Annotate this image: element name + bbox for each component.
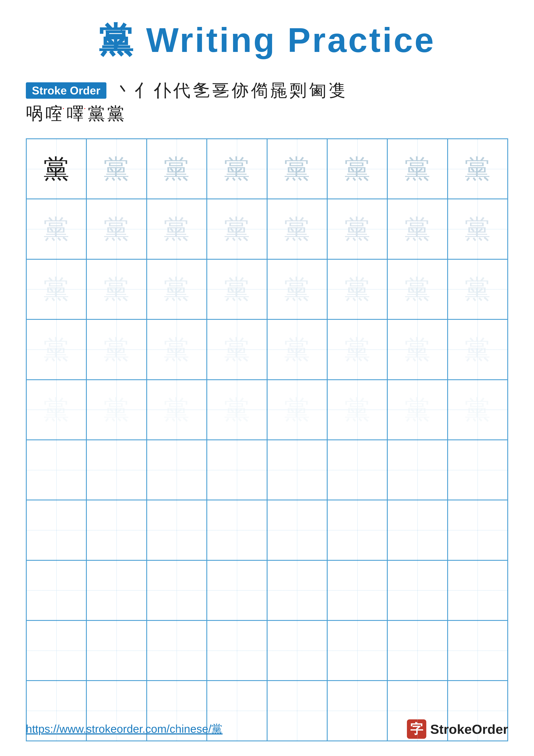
grid-cell-4-8[interactable]: 黨 <box>447 319 508 380</box>
stroke-order-section: Stroke Order 丶 亻 仆 代 㐑 㐙 㑊 㒐 㒾 㓴 㔪 㕠 㖞 㗌… <box>26 81 508 125</box>
logo-text: StrokeOrder <box>430 721 508 737</box>
grid-cell-8-6[interactable] <box>327 560 387 620</box>
grid-cell-1-8[interactable]: 黨 <box>447 139 508 199</box>
grid-cell-1-2[interactable]: 黨 <box>87 139 146 199</box>
grid-cell-1-5[interactable]: 黨 <box>267 139 327 199</box>
grid-cell-2-1[interactable]: 黨 <box>26 199 87 259</box>
grid-cell-5-8[interactable]: 黨 <box>447 380 508 440</box>
grid-cell-7-6[interactable] <box>327 500 387 560</box>
grid-cell-2-8[interactable]: 黨 <box>447 199 508 259</box>
grid-cell-2-6[interactable]: 黨 <box>327 199 387 259</box>
grid-cell-3-4[interactable]: 黨 <box>207 259 267 319</box>
grid-cell-4-3[interactable]: 黨 <box>147 319 207 380</box>
grid-cell-9-4[interactable] <box>207 620 267 681</box>
grid-cell-9-5[interactable] <box>267 620 327 681</box>
grid-cell-9-8[interactable] <box>447 620 508 681</box>
cell-char: 黨 <box>465 276 491 302</box>
grid-cell-1-4[interactable]: 黨 <box>207 139 267 199</box>
stroke-char-17: 黨 <box>107 102 124 125</box>
grid-cell-8-5[interactable] <box>267 560 327 620</box>
stroke-char-6: 㐙 <box>212 81 229 100</box>
grid-cell-7-8[interactable] <box>447 500 508 560</box>
grid-cell-6-3[interactable] <box>147 440 207 500</box>
grid-cell-8-1[interactable] <box>26 560 87 620</box>
stroke-char-8: 㒐 <box>251 81 268 100</box>
grid-cell-6-8[interactable] <box>447 440 508 500</box>
grid-cell-7-5[interactable] <box>267 500 327 560</box>
grid-cell-2-7[interactable]: 黨 <box>387 199 447 259</box>
cell-char: 黨 <box>405 276 430 302</box>
cell-char: 黨 <box>164 156 190 182</box>
grid-cell-5-4[interactable]: 黨 <box>207 380 267 440</box>
grid-cell-5-7[interactable]: 黨 <box>387 380 447 440</box>
grid-row-9 <box>26 620 508 681</box>
grid-cell-5-2[interactable]: 黨 <box>87 380 146 440</box>
grid-cell-3-1[interactable]: 黨 <box>26 259 87 319</box>
grid-cell-4-7[interactable]: 黨 <box>387 319 447 380</box>
grid-cell-3-7[interactable]: 黨 <box>387 259 447 319</box>
grid-cell-4-1[interactable]: 黨 <box>26 319 87 380</box>
cell-char: 黨 <box>465 337 491 363</box>
stroke-char-4: 代 <box>173 81 191 100</box>
grid-cell-8-4[interactable] <box>207 560 267 620</box>
footer-logo: 字 StrokeOrder <box>407 719 508 739</box>
grid-cell-6-6[interactable] <box>327 440 387 500</box>
cell-char: 黨 <box>104 276 129 302</box>
grid-cell-9-1[interactable] <box>26 620 87 681</box>
grid-cell-3-6[interactable]: 黨 <box>327 259 387 319</box>
grid-cell-1-3[interactable]: 黨 <box>147 139 207 199</box>
grid-cell-8-8[interactable] <box>447 560 508 620</box>
grid-cell-4-4[interactable]: 黨 <box>207 319 267 380</box>
grid-cell-4-5[interactable]: 黨 <box>267 319 327 380</box>
grid-cell-3-2[interactable]: 黨 <box>87 259 146 319</box>
grid-cell-6-4[interactable] <box>207 440 267 500</box>
grid-cell-8-7[interactable] <box>387 560 447 620</box>
grid-cell-1-6[interactable]: 黨 <box>327 139 387 199</box>
cell-char: 黨 <box>284 216 310 242</box>
stroke-order-badge: Stroke Order <box>26 82 106 99</box>
stroke-char-9: 㒾 <box>270 81 287 100</box>
cell-char: 黨 <box>284 276 310 302</box>
stroke-char-16: 黨 <box>88 102 105 125</box>
grid-cell-8-3[interactable] <box>147 560 207 620</box>
grid-cell-6-5[interactable] <box>267 440 327 500</box>
grid-cell-9-7[interactable] <box>387 620 447 681</box>
grid-cell-6-7[interactable] <box>387 440 447 500</box>
cell-char: 黨 <box>164 397 190 422</box>
grid-cell-6-2[interactable] <box>87 440 146 500</box>
footer: https://www.strokeorder.com/chinese/黨 字 … <box>26 719 508 739</box>
cell-char: 黨 <box>465 156 491 182</box>
grid-cell-5-3[interactable]: 黨 <box>147 380 207 440</box>
grid-cell-1-1[interactable]: 黨 <box>26 139 87 199</box>
cell-char: 黨 <box>224 337 250 363</box>
grid-cell-5-5[interactable]: 黨 <box>267 380 327 440</box>
grid-cell-9-6[interactable] <box>327 620 387 681</box>
grid-cell-7-2[interactable] <box>87 500 146 560</box>
grid-cell-9-2[interactable] <box>87 620 146 681</box>
grid-cell-8-2[interactable] <box>87 560 146 620</box>
grid-cell-2-5[interactable]: 黨 <box>267 199 327 259</box>
grid-cell-5-6[interactable]: 黨 <box>327 380 387 440</box>
grid-cell-7-1[interactable] <box>26 500 87 560</box>
stroke-char-14: 㗌· <box>45 102 64 125</box>
grid-cell-5-1[interactable]: 黨 <box>26 380 87 440</box>
grid-cell-6-1[interactable] <box>26 440 87 500</box>
grid-cell-2-2[interactable]: 黨 <box>87 199 146 259</box>
grid-cell-3-3[interactable]: 黨 <box>147 259 207 319</box>
grid-cell-1-7[interactable]: 黨 <box>387 139 447 199</box>
grid-cell-9-3[interactable] <box>147 620 207 681</box>
grid-cell-3-8[interactable]: 黨 <box>447 259 508 319</box>
stroke-char-10: 㓴 <box>290 81 307 100</box>
grid-cell-4-2[interactable]: 黨 <box>87 319 146 380</box>
cell-char: 黨 <box>405 397 430 422</box>
grid-cell-2-4[interactable]: 黨 <box>207 199 267 259</box>
grid-cell-3-5[interactable]: 黨 <box>267 259 327 319</box>
footer-url[interactable]: https://www.strokeorder.com/chinese/黨 <box>26 721 222 737</box>
grid-cell-2-3[interactable]: 黨 <box>147 199 207 259</box>
cell-char: 黨 <box>344 216 370 242</box>
grid-cell-7-7[interactable] <box>387 500 447 560</box>
grid-cell-7-4[interactable] <box>207 500 267 560</box>
stroke-chars-row1: 丶 亻 仆 代 㐑 㐙 㑊 㒐 㒾 㓴 㔪 㕠 <box>115 81 345 100</box>
grid-cell-4-6[interactable]: 黨 <box>327 319 387 380</box>
grid-cell-7-3[interactable] <box>147 500 207 560</box>
